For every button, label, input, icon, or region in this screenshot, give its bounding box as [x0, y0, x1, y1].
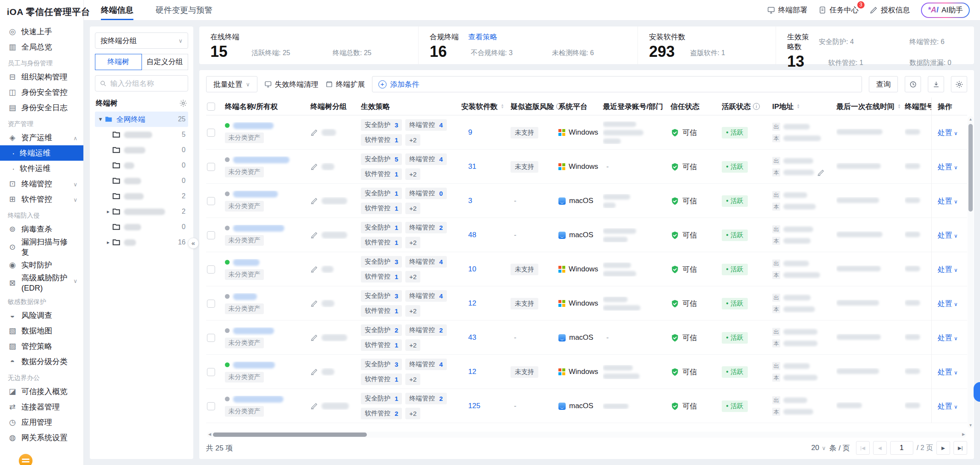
sidebar-item-16[interactable]: ⊠高级威胁防护 (EDR)∨: [0, 273, 83, 293]
ai-assistant-button[interactable]: *AIAI助手: [921, 3, 970, 18]
tab-1[interactable]: 硬件变更与预警: [156, 0, 213, 20]
sidebar-item-21[interactable]: ◓数据分级分类: [0, 354, 83, 369]
history-button[interactable]: [905, 76, 921, 92]
horizontal-scroll-thumb[interactable]: [213, 433, 367, 437]
sidebar-item-11[interactable]: ⊞软件管控∨: [0, 191, 83, 207]
edit-pencil-icon[interactable]: [310, 300, 318, 307]
tab-0[interactable]: 终端信息: [101, 0, 133, 20]
scroll-up-icon[interactable]: ▲: [968, 117, 974, 121]
column-header-3[interactable]: 安装软件数▲▼: [461, 102, 511, 112]
edit-pencil-icon[interactable]: [310, 368, 318, 376]
sidebar-item-23[interactable]: ◪可信接入概览: [0, 384, 83, 399]
caret-down-icon[interactable]: ▼: [97, 116, 104, 122]
select-all-checkbox[interactable]: [207, 103, 215, 111]
last-page-button[interactable]: ▶|: [953, 441, 967, 455]
tree-node-6[interactable]: ▸2: [95, 204, 188, 219]
sidebar-item-14[interactable]: ⊙漏洞扫描与修复: [0, 237, 83, 257]
sidebar-item-19[interactable]: ▧数据地图: [0, 323, 83, 338]
terminal-name-redacted[interactable]: [233, 191, 278, 197]
sidebar-subitem-8[interactable]: ·终端运维: [0, 145, 83, 161]
tab-terminal-tree[interactable]: 终端树: [95, 54, 142, 70]
sidebar-item-18[interactable]: ◒风险调查: [0, 308, 83, 323]
installed-software-count-link[interactable]: 12: [461, 299, 476, 307]
edge-floating-button[interactable]: [974, 382, 980, 402]
sidebar-item-4[interactable]: ◫身份安全管控: [0, 85, 83, 100]
sidebar-item-13[interactable]: ⊚病毒查杀: [0, 221, 83, 237]
terminal-name-redacted[interactable]: [233, 362, 275, 368]
terminal-name-redacted[interactable]: [233, 122, 274, 129]
floating-helper-button[interactable]: [19, 454, 32, 465]
vertical-scrollbar[interactable]: ▲ ▼: [968, 116, 974, 428]
row-checkbox[interactable]: [207, 334, 215, 342]
installed-software-count-link[interactable]: 43: [461, 333, 476, 341]
group-mode-select[interactable]: 按终端分组 ∨: [95, 32, 188, 49]
terminal-extend-button[interactable]: 终端扩展: [325, 79, 365, 89]
tab-custom-group[interactable]: 自定义分组: [142, 54, 189, 70]
edit-pencil-icon[interactable]: [817, 169, 825, 177]
sidebar-item-20[interactable]: ▨管控策略: [0, 338, 83, 354]
group-search-input[interactable]: 输入分组名称: [95, 75, 188, 91]
installed-software-count-link[interactable]: 125: [461, 402, 480, 410]
sidebar-item-1[interactable]: ▥全局总览: [0, 39, 83, 55]
terminal-name-redacted[interactable]: [233, 293, 257, 300]
filter-condition-bar[interactable]: + 添加条件: [372, 76, 862, 92]
view-policy-link[interactable]: 查看策略: [468, 32, 497, 42]
sidebar-item-10[interactable]: ⊡终端管控∨: [0, 176, 83, 191]
edit-pencil-icon[interactable]: [310, 334, 318, 341]
installed-software-count-link[interactable]: 12: [461, 368, 476, 376]
sidebar-item-26[interactable]: ◍网关系统设置: [0, 430, 83, 445]
next-page-button[interactable]: ▶: [936, 441, 950, 455]
batch-dispose-button[interactable]: 批量处置 ∨: [206, 76, 257, 92]
collapse-panel-icon[interactable]: «: [188, 238, 199, 249]
terminal-name-redacted[interactable]: [233, 225, 284, 232]
row-checkbox[interactable]: [207, 197, 215, 205]
dispose-button[interactable]: 处置∨: [938, 230, 958, 240]
sidebar-item-24[interactable]: ⇄连接器管理: [0, 399, 83, 415]
sidebar-item-0[interactable]: ◎快速上手: [0, 24, 83, 39]
sidebar-item-7[interactable]: ◈资产运维∧: [0, 130, 83, 145]
edit-pencil-icon[interactable]: [310, 402, 318, 410]
terminal-name-redacted[interactable]: [233, 259, 260, 266]
row-checkbox[interactable]: [207, 402, 215, 410]
installed-software-count-link[interactable]: 10: [461, 265, 476, 273]
sort-icon[interactable]: ▲▼: [897, 104, 901, 109]
scroll-down-icon[interactable]: ▼: [968, 423, 974, 427]
tree-node-3[interactable]: 0: [95, 158, 188, 173]
sort-icon[interactable]: ▲▼: [797, 104, 800, 109]
scroll-right-icon[interactable]: ▶: [962, 432, 965, 436]
info-icon[interactable]: i: [753, 103, 760, 110]
gear-icon[interactable]: [179, 99, 187, 107]
tree-node-2[interactable]: 0: [95, 142, 188, 158]
row-checkbox[interactable]: [207, 265, 215, 274]
installed-software-count-link[interactable]: 31: [461, 162, 476, 171]
dispose-button[interactable]: 处置∨: [938, 196, 958, 206]
dispose-button[interactable]: 处置∨: [938, 401, 958, 411]
edit-pencil-icon[interactable]: [310, 197, 318, 205]
edit-pencil-icon[interactable]: [310, 163, 318, 171]
edit-pencil-icon[interactable]: [310, 129, 318, 136]
edit-pencil-icon[interactable]: [310, 265, 318, 273]
vertical-scroll-thumb[interactable]: [968, 124, 973, 212]
sidebar-item-15[interactable]: ◉实时防护: [0, 257, 83, 273]
invalid-terminal-clean-button[interactable]: 失效终端清理: [264, 79, 319, 89]
caret-right-icon[interactable]: ▸: [104, 209, 112, 215]
tree-node-7[interactable]: 0: [95, 219, 188, 235]
terminal-name-redacted[interactable]: [233, 396, 283, 403]
row-checkbox[interactable]: [207, 368, 215, 376]
prev-page-button[interactable]: ◀: [873, 441, 887, 455]
dispose-button[interactable]: 处置∨: [938, 367, 958, 377]
row-checkbox[interactable]: [207, 300, 215, 308]
first-page-button[interactable]: |◀: [856, 441, 870, 455]
dispose-button[interactable]: 处置∨: [938, 128, 958, 138]
row-checkbox[interactable]: [207, 163, 215, 171]
installed-software-count-link[interactable]: 9: [461, 128, 472, 136]
edit-pencil-icon[interactable]: [310, 231, 318, 239]
dispose-button[interactable]: 处置∨: [938, 265, 958, 274]
sort-icon[interactable]: ▲▼: [501, 104, 504, 109]
installed-software-count-link[interactable]: 48: [461, 231, 476, 239]
scroll-left-icon[interactable]: ◀: [208, 432, 211, 436]
header-action-1[interactable]: 任务中心3: [818, 5, 859, 15]
dispose-button[interactable]: 处置∨: [938, 162, 958, 172]
row-checkbox[interactable]: [207, 129, 215, 137]
page-input[interactable]: 1: [890, 441, 913, 455]
